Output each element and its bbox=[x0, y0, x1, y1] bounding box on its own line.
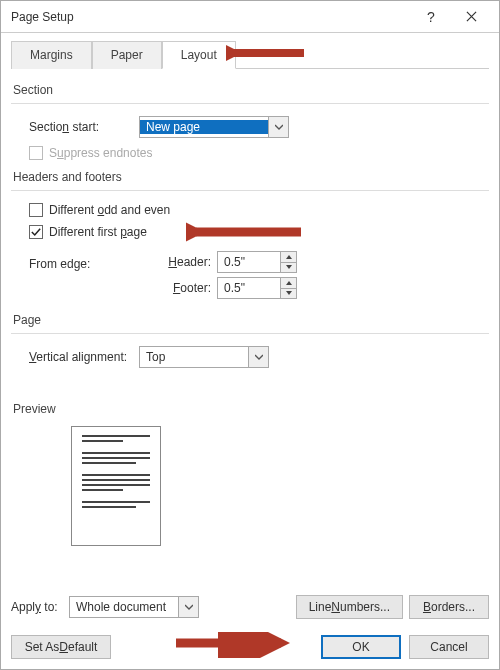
chevron-down-icon bbox=[255, 353, 263, 361]
checkmark-icon bbox=[31, 227, 41, 237]
apply-to-combo[interactable]: Whole document bbox=[69, 596, 199, 618]
help-button[interactable]: ? bbox=[411, 1, 451, 33]
dropdown-button[interactable] bbox=[268, 117, 288, 137]
valign-combo[interactable]: Top bbox=[139, 346, 269, 368]
spin-up[interactable] bbox=[281, 252, 296, 262]
chevron-up-icon bbox=[286, 255, 292, 259]
separator bbox=[11, 333, 489, 334]
diff-first-page-label: Different first page bbox=[49, 225, 147, 239]
footer-value: 0.5" bbox=[218, 278, 280, 298]
dialog-body: Margins Paper Layout Section Section sta… bbox=[1, 33, 499, 629]
header-value: 0.5" bbox=[218, 252, 280, 272]
chevron-down-icon bbox=[286, 291, 292, 295]
separator bbox=[11, 103, 489, 104]
apply-to-label: Apply to: bbox=[11, 600, 69, 614]
tab-layout[interactable]: Layout bbox=[162, 41, 236, 69]
footer-label: Footer: bbox=[157, 281, 217, 295]
preview-label: Preview bbox=[13, 402, 489, 416]
line-numbers-button[interactable]: Line Numbers... bbox=[296, 595, 403, 619]
section-start-combo[interactable]: New page bbox=[139, 116, 289, 138]
footer-bar: Set As Default OK Cancel bbox=[1, 629, 499, 669]
suppress-endnotes-checkbox: Suppress endnotes bbox=[29, 146, 152, 160]
chevron-down-icon bbox=[286, 265, 292, 269]
separator bbox=[11, 190, 489, 191]
title-bar: Page Setup ? bbox=[1, 1, 499, 33]
tab-paper[interactable]: Paper bbox=[92, 41, 162, 69]
chevron-up-icon bbox=[286, 281, 292, 285]
close-button[interactable] bbox=[451, 1, 491, 33]
borders-button[interactable]: Borders... bbox=[409, 595, 489, 619]
header-spinner[interactable]: 0.5" bbox=[217, 251, 297, 273]
suppress-endnotes-label: Suppress endnotes bbox=[49, 146, 152, 160]
page-group-label: Page bbox=[13, 313, 489, 327]
spin-down[interactable] bbox=[281, 288, 296, 299]
annotation-arrow-tab bbox=[226, 41, 306, 65]
checkbox-box bbox=[29, 225, 43, 239]
page-setup-dialog: Page Setup ? Margins Paper Layout Sectio… bbox=[0, 0, 500, 670]
valign-label: Vertical alignment: bbox=[29, 350, 139, 364]
close-icon bbox=[466, 11, 477, 22]
checkbox-box bbox=[29, 146, 43, 160]
apply-to-value: Whole document bbox=[70, 600, 178, 614]
preview-thumb bbox=[71, 426, 161, 546]
annotation-arrow-first-page bbox=[186, 221, 306, 247]
dialog-title: Page Setup bbox=[11, 10, 411, 24]
dropdown-button[interactable] bbox=[248, 347, 268, 367]
valign-value: Top bbox=[140, 350, 248, 364]
spin-up[interactable] bbox=[281, 278, 296, 288]
header-label: Header: bbox=[157, 255, 217, 269]
dropdown-button[interactable] bbox=[178, 597, 198, 617]
section-start-value: New page bbox=[140, 120, 268, 134]
from-edge-label: From edge: bbox=[29, 247, 139, 271]
diff-odd-even-label: Different odd and even bbox=[49, 203, 170, 217]
checkbox-box bbox=[29, 203, 43, 217]
diff-odd-even-checkbox[interactable]: Different odd and even bbox=[29, 203, 170, 217]
set-as-default-button[interactable]: Set As Default bbox=[11, 635, 111, 659]
hf-group-label: Headers and footers bbox=[13, 170, 489, 184]
chevron-down-icon bbox=[275, 123, 283, 131]
section-start-label: Section start: bbox=[29, 120, 139, 134]
footer-spinner[interactable]: 0.5" bbox=[217, 277, 297, 299]
diff-first-page-checkbox[interactable]: Different first page bbox=[29, 225, 147, 239]
chevron-down-icon bbox=[185, 603, 193, 611]
tabs: Margins Paper Layout bbox=[11, 41, 489, 69]
spin-down[interactable] bbox=[281, 262, 296, 273]
ok-button[interactable]: OK bbox=[321, 635, 401, 659]
section-group-label: Section bbox=[13, 83, 489, 97]
tab-margins[interactable]: Margins bbox=[11, 41, 92, 69]
cancel-button[interactable]: Cancel bbox=[409, 635, 489, 659]
annotation-arrow-ok bbox=[171, 632, 291, 658]
